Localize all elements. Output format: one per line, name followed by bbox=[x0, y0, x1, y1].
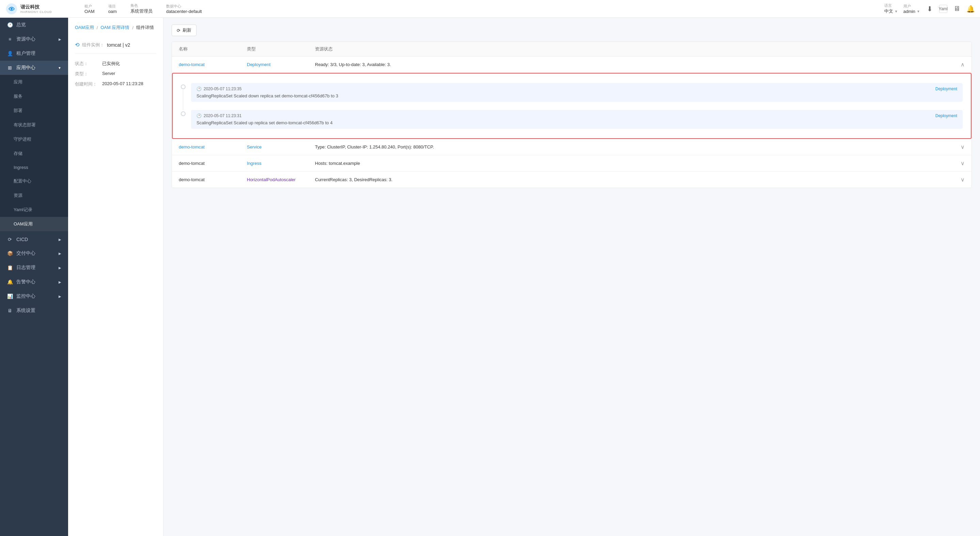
sidebar: 🕐 总览 ≡ 资源中心 ▶ 👤 租户管理 ⊞ 应用中心 ▼ 应用 服务 部署 bbox=[0, 18, 68, 536]
project-value: oam bbox=[108, 9, 117, 14]
row2-status: Type: ClusterIP, Cluster-IP: 1.254.80.24… bbox=[315, 145, 955, 150]
alert-arrow: ▶ bbox=[59, 280, 61, 284]
lang-select[interactable]: 中文 ▼ bbox=[884, 8, 898, 14]
event-type-2[interactable]: Deployment bbox=[935, 113, 957, 118]
app-label: 应用 bbox=[14, 79, 61, 85]
resource-arrow: ▶ bbox=[59, 37, 61, 41]
row4-type[interactable]: HorizontalPodAutoscaler bbox=[247, 177, 315, 182]
row4-name: demo-tomcat bbox=[179, 177, 247, 182]
sidebar-item-storage[interactable]: 存储 bbox=[0, 146, 68, 161]
sidebar-sub-menu: 应用 服务 部署 有状态部署 守护进程 存储 Ingress 配置中心 bbox=[0, 75, 68, 231]
event-time-2: 🕐 2020-05-07 11:23:31 bbox=[196, 113, 242, 118]
component-icon: ⟲ bbox=[75, 41, 80, 48]
storage-label: 存储 bbox=[14, 151, 61, 157]
created-key: 创建时间： bbox=[75, 81, 102, 87]
status-value: 已实例化 bbox=[102, 60, 120, 67]
bell-icon[interactable]: 🔔 bbox=[966, 5, 975, 13]
sidebar-item-cicd[interactable]: ⟳ CICD ▶ bbox=[0, 232, 68, 246]
row2-type[interactable]: Service bbox=[247, 145, 315, 150]
cicd-arrow: ▶ bbox=[59, 238, 61, 242]
breadcrumb-detail[interactable]: OAM 应用详情 bbox=[100, 24, 129, 31]
table-row-service: demo-tomcat Service Type: ClusterIP, Clu… bbox=[172, 139, 972, 155]
clock-icon-2: 🕐 bbox=[196, 113, 202, 118]
row2-expand-btn[interactable]: ∨ bbox=[955, 144, 965, 150]
row2-name[interactable]: demo-tomcat bbox=[179, 145, 247, 150]
sidebar-item-tenant[interactable]: 👤 租户管理 bbox=[0, 46, 68, 60]
alert-label: 告警中心 bbox=[16, 279, 55, 285]
sidebar-item-overview[interactable]: 🕐 总览 bbox=[0, 18, 68, 32]
download-icon[interactable]: ⬇ bbox=[926, 5, 934, 13]
main-content: ⟳ 刷新 名称 类型 资源状态 demo-tomcat Depl bbox=[164, 18, 980, 195]
sidebar-item-resource[interactable]: ≡ 资源中心 ▶ bbox=[0, 32, 68, 46]
row3-expand-btn[interactable]: ∨ bbox=[955, 160, 965, 167]
sidebar-item-appcenter[interactable]: ⊞ 应用中心 ▼ bbox=[0, 60, 68, 75]
sidebar-item-yaml[interactable]: Yaml记录 bbox=[0, 203, 68, 217]
sidebar-item-alert[interactable]: 🔔 告警中心 ▶ bbox=[0, 275, 68, 289]
user-label: 用户 bbox=[904, 4, 911, 9]
datacenter-label: 数据中心 bbox=[166, 4, 181, 9]
resource-icon: ≡ bbox=[7, 37, 13, 42]
sidebar-item-log[interactable]: 📋 日志管理 ▶ bbox=[0, 261, 68, 275]
appcenter-icon: ⊞ bbox=[7, 65, 13, 70]
sidebar-item-daemon[interactable]: 守护进程 bbox=[0, 132, 68, 146]
delivery-label: 交付中心 bbox=[16, 250, 55, 256]
role-group: 角色 系统管理员 bbox=[130, 3, 153, 14]
type-value: Server bbox=[102, 71, 115, 76]
logo-name: 谐云科技 bbox=[21, 4, 52, 10]
content-area: OAM应用 / OAM 应用详情 / 组件详情 ⟲ 组件实例： tomcat |… bbox=[68, 18, 980, 536]
row1-type[interactable]: Deployment bbox=[247, 62, 315, 67]
sidebar-resource-label: 资源中心 bbox=[16, 36, 55, 42]
row1-name[interactable]: demo-tomcat bbox=[179, 62, 247, 67]
user-select[interactable]: admin ▼ bbox=[904, 9, 920, 14]
delivery-arrow: ▶ bbox=[59, 252, 61, 255]
yaml-button[interactable]: Yaml bbox=[939, 5, 947, 13]
sidebar-item-delivery[interactable]: 📦 交付中心 ▶ bbox=[0, 246, 68, 261]
col-status-header: 资源状态 bbox=[315, 46, 955, 52]
refresh-button[interactable]: ⟳ 刷新 bbox=[172, 24, 196, 36]
event-type-1[interactable]: Deployment bbox=[935, 86, 957, 91]
main-layout: 🕐 总览 ≡ 资源中心 ▶ 👤 租户管理 ⊞ 应用中心 ▼ 应用 服务 部署 bbox=[0, 18, 980, 536]
row4-expand-btn[interactable]: ∨ bbox=[955, 177, 965, 183]
settings-label: 系统设置 bbox=[16, 307, 61, 313]
sidebar-item-config[interactable]: 配置中心 bbox=[0, 174, 68, 188]
log-label: 日志管理 bbox=[16, 265, 55, 271]
table-row-ingress: demo-tomcat Ingress Hosts: tomcat.exampl… bbox=[172, 155, 972, 172]
sidebar-item-oamapp[interactable]: OAM应用 bbox=[0, 217, 68, 231]
sidebar-item-resource2[interactable]: 资源 bbox=[0, 188, 68, 203]
monitor-icon[interactable]: 🖥 bbox=[953, 5, 961, 13]
resource2-label: 资源 bbox=[14, 192, 61, 199]
refresh-icon: ⟳ bbox=[177, 28, 180, 33]
sidebar-item-settings[interactable]: 🖥 系统设置 bbox=[0, 304, 68, 318]
sidebar-tenant-label: 租户管理 bbox=[16, 50, 61, 57]
project-group: 项目 oam bbox=[108, 4, 117, 14]
tenant-value: OAM bbox=[84, 9, 95, 14]
breadcrumb: OAM应用 / OAM 应用详情 / 组件详情 bbox=[75, 24, 156, 36]
breadcrumb-oam[interactable]: OAM应用 bbox=[75, 24, 94, 31]
sidebar-item-app[interactable]: 应用 bbox=[0, 75, 68, 89]
sidebar-item-ingress[interactable]: Ingress bbox=[0, 161, 68, 174]
stateful-label: 有状态部署 bbox=[14, 122, 61, 128]
user-group: 用户 admin ▼ bbox=[904, 4, 920, 14]
sidebar-item-deploy[interactable]: 部署 bbox=[0, 103, 68, 118]
row3-type[interactable]: Ingress bbox=[247, 161, 315, 166]
row3-name: demo-tomcat bbox=[179, 161, 247, 166]
refresh-label: 刷新 bbox=[183, 27, 191, 33]
sidebar-item-stateful[interactable]: 有状态部署 bbox=[0, 118, 68, 132]
datacenter-group: 数据中心 datacenter-default bbox=[166, 4, 202, 14]
monitor-label: 监控中心 bbox=[16, 293, 55, 299]
event-time-value-1: 2020-05-07 11:23:35 bbox=[204, 86, 242, 91]
sidebar-item-service[interactable]: 服务 bbox=[0, 89, 68, 103]
col-name-header: 名称 bbox=[179, 46, 247, 52]
instance-label: 组件实例： bbox=[82, 42, 104, 48]
logo-area: 谐云科技 HARMONY CLOUD bbox=[5, 3, 73, 15]
status-key: 状态： bbox=[75, 60, 102, 67]
table-row-hpa: demo-tomcat HorizontalPodAutoscaler Curr… bbox=[172, 172, 972, 188]
user-dropdown-arrow: ▼ bbox=[917, 10, 920, 13]
monitor-nav-icon: 📊 bbox=[7, 294, 13, 299]
sidebar-item-monitor[interactable]: 📊 监控中心 ▶ bbox=[0, 289, 68, 304]
event-content-2: 🕐 2020-05-07 11:23:31 Deployment Scaling… bbox=[191, 110, 963, 129]
event-item-1: 🕐 2020-05-07 11:23:35 Deployment Scaling… bbox=[181, 79, 963, 106]
created-value: 2020-05-07 11:23:28 bbox=[102, 81, 143, 86]
row1-expand-btn[interactable]: ∧ bbox=[955, 61, 965, 68]
tenant-group: 租户 OAM bbox=[84, 4, 95, 14]
